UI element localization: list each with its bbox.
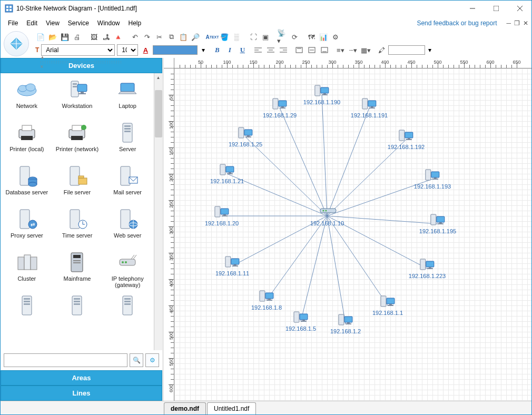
minimize-button[interactable]: [460, 1, 484, 16]
diagram-node[interactable]: 192.168.1.192: [388, 129, 425, 150]
map-icon[interactable]: 🗺: [306, 32, 317, 42]
device-item-proxyserver[interactable]: ⇄Proxy server: [3, 206, 51, 247]
mdi-minimize-icon[interactable]: ─: [506, 19, 511, 27]
find-icon[interactable]: 🔎: [190, 32, 201, 42]
device-search-input[interactable]: [4, 353, 127, 367]
new-file-icon[interactable]: 📄: [35, 32, 46, 42]
mdi-close-icon[interactable]: ✕: [523, 19, 528, 27]
open-file-icon[interactable]: 📂: [47, 32, 58, 42]
device-item-iptel[interactable]: IP telephony (gateway): [103, 249, 152, 290]
zoom-fit-icon[interactable]: ⛶: [248, 32, 259, 42]
diagram-node[interactable]: 192.168.1.191: [351, 97, 388, 118]
image-icon[interactable]: 🏞: [101, 32, 111, 42]
valign-bottom-icon[interactable]: [319, 44, 330, 56]
align-center-icon[interactable]: [265, 44, 277, 56]
text-tool-icon[interactable]: ATEXT: [207, 32, 218, 42]
splitter-handle-icon[interactable]: ▲ ::::::::::::::::::::::::::::::::::::: …: [40, 55, 122, 69]
highlight-dropdown-icon[interactable]: ▾: [426, 46, 434, 54]
fill-color-dropdown-icon[interactable]: ▾: [200, 46, 207, 54]
menu-view[interactable]: View: [42, 18, 64, 28]
print-icon[interactable]: 🖨: [72, 32, 82, 42]
save-file-icon[interactable]: 💾: [60, 32, 70, 42]
select-tool-icon[interactable]: ░: [231, 32, 242, 42]
underline-icon[interactable]: U: [237, 44, 248, 56]
monitor-icon[interactable]: ⟳: [289, 32, 300, 42]
device-item-partial[interactable]: [103, 292, 152, 319]
device-item-fileserver[interactable]: File server: [53, 163, 102, 204]
diagram-canvas[interactable]: 192.168.1.190192.168.1.29192.168.1.19119…: [174, 68, 531, 401]
device-item-cloud[interactable]: Network: [3, 76, 51, 117]
diagram-node[interactable]: 192.168.1.2: [330, 313, 361, 334]
diagram-node[interactable]: 192.168.1.25: [229, 126, 262, 147]
diagram-node[interactable]: 192.168.1.1: [372, 295, 403, 316]
device-item-dbserver[interactable]: Database server: [3, 163, 51, 204]
diagram-node[interactable]: 192.168.1.11: [215, 255, 249, 276]
highlight-icon[interactable]: 🖍: [376, 44, 387, 56]
areas-panel-header[interactable]: Areas: [1, 370, 162, 386]
menu-file[interactable]: File: [4, 18, 22, 28]
device-item-server[interactable]: Server: [103, 120, 152, 161]
feedback-link[interactable]: Send feedback or bug report: [417, 19, 502, 27]
diagram-node[interactable]: 192.168.1.20: [205, 205, 239, 226]
device-item-timeserver[interactable]: Time server: [53, 206, 102, 247]
zoom-actual-icon[interactable]: ▣: [260, 32, 271, 42]
menu-help[interactable]: Help: [124, 18, 146, 28]
scan-icon[interactable]: 📡▾: [277, 32, 288, 42]
diagram-node[interactable]: 192.168.1.223: [409, 258, 446, 279]
line-dash-icon[interactable]: ┄▾: [347, 44, 359, 56]
redo-icon[interactable]: ↷: [142, 32, 152, 42]
device-item-cluster[interactable]: Cluster: [3, 249, 51, 290]
canvas-area[interactable]: 50100150200250300350400450500550600650 5…: [164, 58, 531, 401]
search-settings-button[interactable]: ⚙: [145, 353, 159, 367]
lines-panel-header[interactable]: Lines: [1, 386, 162, 401]
align-right-icon[interactable]: [278, 44, 289, 56]
device-item-workstation[interactable]: Workstation: [53, 76, 102, 117]
menu-service[interactable]: Service: [64, 18, 93, 28]
shapes-icon[interactable]: 🔺: [113, 32, 123, 42]
italic-icon[interactable]: I: [224, 44, 235, 56]
diagram-node[interactable]: 192.168.1.21: [210, 163, 244, 184]
chart-icon[interactable]: 📊: [318, 32, 329, 42]
undo-icon[interactable]: ↶: [130, 32, 140, 42]
device-item-mainframe[interactable]: Mainframe: [53, 249, 102, 290]
font-name-select[interactable]: Arial: [41, 44, 115, 56]
align-left-icon[interactable]: [252, 44, 264, 56]
search-button[interactable]: 🔍: [130, 353, 143, 367]
diagram-node[interactable]: 192.168.1.8: [251, 290, 282, 311]
device-item-mailserver[interactable]: Mail server: [103, 163, 152, 204]
device-item-partial[interactable]: [3, 292, 51, 319]
doc-tab-untitled[interactable]: Untitled1.ndf: [207, 402, 256, 414]
valign-top-icon[interactable]: [293, 44, 305, 56]
device-item-partial[interactable]: [53, 292, 102, 319]
device-scrollbar[interactable]: ▲: [154, 73, 162, 350]
device-item-printer[interactable]: Printer (local): [3, 120, 51, 161]
mdi-restore-icon[interactable]: ❐: [514, 19, 520, 27]
settings-icon[interactable]: ⚙: [330, 32, 341, 42]
highlight-swatch[interactable]: [388, 45, 425, 55]
pattern-icon[interactable]: ▦▾: [360, 44, 371, 56]
device-item-printer-net[interactable]: Printer (network): [53, 120, 102, 161]
font-color-icon[interactable]: A: [140, 45, 151, 55]
menu-edit[interactable]: Edit: [22, 18, 42, 28]
diagram-node[interactable]: 192.168.1.195: [419, 213, 456, 234]
diagram-node[interactable]: 192.168.1.5: [285, 311, 316, 332]
bold-icon[interactable]: B: [211, 44, 223, 56]
export-image-icon[interactable]: 🖼: [88, 32, 99, 42]
line-style-icon[interactable]: ≡▾: [334, 44, 346, 56]
diagram-node[interactable]: 192.168.1.190: [303, 84, 340, 105]
diagram-node[interactable]: 192.168.1.10: [310, 205, 344, 226]
diagram-node[interactable]: 192.168.1.193: [414, 169, 451, 190]
device-item-laptop[interactable]: Laptop: [103, 76, 152, 117]
device-item-webserver[interactable]: Web sever: [103, 206, 152, 247]
fill-tool-icon[interactable]: 🪣: [219, 32, 230, 42]
fill-color-swatch[interactable]: [153, 45, 198, 55]
font-size-select[interactable]: 10: [117, 44, 138, 56]
menu-window[interactable]: Window: [93, 18, 124, 28]
copy-icon[interactable]: ⧉: [166, 32, 176, 42]
maximize-button[interactable]: [484, 1, 508, 16]
cut-icon[interactable]: ✂: [154, 32, 164, 42]
valign-middle-icon[interactable]: [306, 44, 318, 56]
diagram-node[interactable]: 192.168.1.29: [263, 97, 297, 118]
close-button[interactable]: [508, 1, 531, 16]
doc-tab-demo[interactable]: demo.ndf: [164, 402, 206, 414]
